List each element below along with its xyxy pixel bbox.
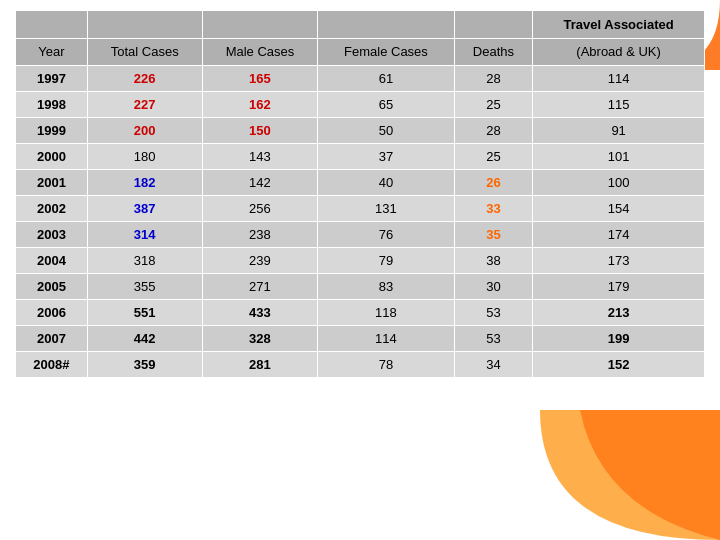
- table-cell: 551: [87, 299, 202, 325]
- year-label: Year: [16, 39, 88, 66]
- table-cell: 76: [318, 221, 454, 247]
- header-row-1: Travel Associated: [16, 11, 705, 39]
- table-cell: 227: [87, 91, 202, 117]
- table-cell: 238: [202, 221, 318, 247]
- table-cell: 239: [202, 247, 318, 273]
- total-cases-header: [87, 11, 202, 39]
- table-cell: 2003: [16, 221, 88, 247]
- table-cell: 162: [202, 91, 318, 117]
- table-cell: 101: [533, 143, 705, 169]
- table-cell: 65: [318, 91, 454, 117]
- table-cell: 154: [533, 195, 705, 221]
- table-cell: 26: [454, 169, 533, 195]
- total-cases-label: Total Cases: [87, 39, 202, 66]
- table-cell: 53: [454, 299, 533, 325]
- male-cases-header: [202, 11, 318, 39]
- table-cell: 165: [202, 65, 318, 91]
- table-cell: 30: [454, 273, 533, 299]
- table-cell: 150: [202, 117, 318, 143]
- table-cell: 2002: [16, 195, 88, 221]
- page-wrapper: Travel Associated Year Total Cases Male …: [0, 0, 720, 540]
- table-cell: 213: [533, 299, 705, 325]
- table-cell: 53: [454, 325, 533, 351]
- table-cell: 199: [533, 325, 705, 351]
- header-row-2: Year Total Cases Male Cases Female Cases…: [16, 39, 705, 66]
- table-cell: 173: [533, 247, 705, 273]
- table-cell: 1998: [16, 91, 88, 117]
- table-row: 1999200150502891: [16, 117, 705, 143]
- table-cell: 256: [202, 195, 318, 221]
- table-cell: 355: [87, 273, 202, 299]
- table-cell: 2006: [16, 299, 88, 325]
- table-row: 2008#3592817834152: [16, 351, 705, 377]
- table-cell: 182: [87, 169, 202, 195]
- data-table: Travel Associated Year Total Cases Male …: [15, 10, 705, 378]
- table-cell: 61: [318, 65, 454, 91]
- table-cell: 78: [318, 351, 454, 377]
- table-row: 20033142387635174: [16, 221, 705, 247]
- table-cell: 38: [454, 247, 533, 273]
- table-cell: 40: [318, 169, 454, 195]
- female-cases-header: [318, 11, 454, 39]
- table-cell: 114: [318, 325, 454, 351]
- table-cell: 328: [202, 325, 318, 351]
- table-row: 19982271626525115: [16, 91, 705, 117]
- table-cell: 2005: [16, 273, 88, 299]
- table-row: 20043182397938173: [16, 247, 705, 273]
- table-cell: 2008#: [16, 351, 88, 377]
- table-cell: 226: [87, 65, 202, 91]
- table-cell: 118: [318, 299, 454, 325]
- table-cell: 114: [533, 65, 705, 91]
- table-cell: 281: [202, 351, 318, 377]
- table-row: 200238725613133154: [16, 195, 705, 221]
- table-row: 200655143311853213: [16, 299, 705, 325]
- table-cell: 180: [87, 143, 202, 169]
- travel-associated-header: Travel Associated: [533, 11, 705, 39]
- table-cell: 100: [533, 169, 705, 195]
- male-cases-label: Male Cases: [202, 39, 318, 66]
- table-cell: 442: [87, 325, 202, 351]
- table-cell: 28: [454, 117, 533, 143]
- deaths-label: Deaths: [454, 39, 533, 66]
- table-cell: 152: [533, 351, 705, 377]
- table-cell: 79: [318, 247, 454, 273]
- travel-abroad-uk-label: (Abroad & UK): [533, 39, 705, 66]
- female-cases-label: Female Cases: [318, 39, 454, 66]
- table-cell: 33: [454, 195, 533, 221]
- table-cell: 83: [318, 273, 454, 299]
- table-cell: 25: [454, 143, 533, 169]
- table-cell: 142: [202, 169, 318, 195]
- table-cell: 179: [533, 273, 705, 299]
- table-cell: 387: [87, 195, 202, 221]
- table-row: 20011821424026100: [16, 169, 705, 195]
- year-header: [16, 11, 88, 39]
- table-cell: 115: [533, 91, 705, 117]
- deaths-header: [454, 11, 533, 39]
- table-cell: 318: [87, 247, 202, 273]
- table-cell: 433: [202, 299, 318, 325]
- table-container: Travel Associated Year Total Cases Male …: [0, 0, 720, 388]
- table-cell: 91: [533, 117, 705, 143]
- table-cell: 37: [318, 143, 454, 169]
- table-cell: 34: [454, 351, 533, 377]
- table-cell: 2000: [16, 143, 88, 169]
- table-cell: 200: [87, 117, 202, 143]
- orange-bottom-decoration: [540, 410, 720, 540]
- table-cell: 25: [454, 91, 533, 117]
- table-cell: 174: [533, 221, 705, 247]
- table-cell: 314: [87, 221, 202, 247]
- table-cell: 50: [318, 117, 454, 143]
- table-cell: 1997: [16, 65, 88, 91]
- table-cell: 131: [318, 195, 454, 221]
- table-cell: 35: [454, 221, 533, 247]
- table-cell: 2007: [16, 325, 88, 351]
- table-cell: 143: [202, 143, 318, 169]
- table-row: 200744232811453199: [16, 325, 705, 351]
- table-row: 20053552718330179: [16, 273, 705, 299]
- table-cell: 2001: [16, 169, 88, 195]
- table-cell: 359: [87, 351, 202, 377]
- table-cell: 2004: [16, 247, 88, 273]
- table-row: 19972261656128114: [16, 65, 705, 91]
- table-cell: 28: [454, 65, 533, 91]
- table-body: 1997226165612811419982271626525115199920…: [16, 65, 705, 377]
